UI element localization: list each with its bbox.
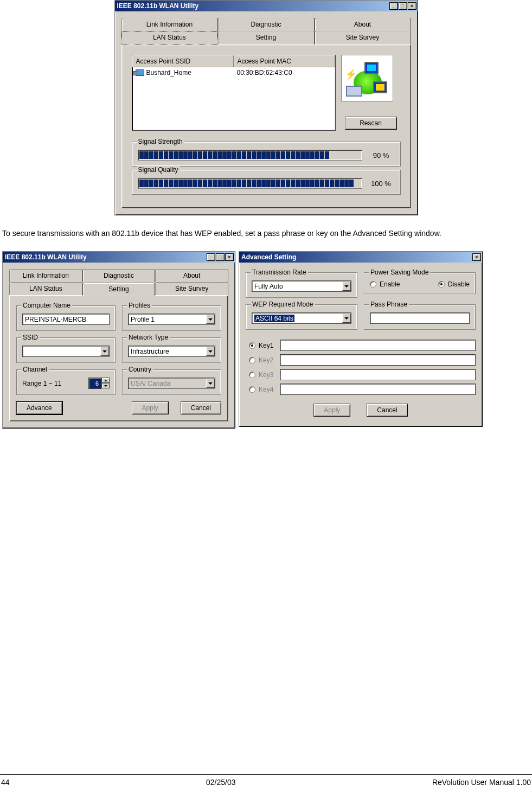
ap-mac: 00:30:BD:62:43:C0	[234, 67, 335, 78]
window-setting: IEEE 802.11b WLAN Utility _ □ × Link Inf…	[2, 251, 235, 429]
col-ap-mac[interactable]: Access Point MAC	[234, 55, 335, 67]
chevron-down-icon	[342, 314, 351, 323]
signal-strength-bar	[138, 150, 362, 161]
country-dropdown: USA/ Canada	[128, 378, 215, 389]
key4-field[interactable]	[280, 384, 476, 395]
window-title: IEEE 802.11b WLAN Utility	[5, 253, 87, 261]
profiles-label: Profiles	[127, 302, 152, 309]
tab-setting[interactable]: Setting	[82, 283, 156, 296]
signal-quality-value: 100 %	[368, 180, 395, 188]
tab-diagnostic[interactable]: Diagnostic	[218, 18, 315, 31]
wep-mode-dropdown[interactable]: ASCII 64 bits	[252, 312, 351, 324]
signal-quality-label: Signal Quality	[137, 166, 180, 174]
access-point-list[interactable]: Access Point SSID Access Point MAC Busha…	[132, 55, 336, 131]
channel-label: Channel	[21, 366, 49, 373]
chevron-down-icon	[206, 379, 215, 388]
signal-quality-bar	[138, 178, 362, 189]
rescan-button[interactable]: Rescan	[345, 117, 397, 130]
computer-name-label: Computer Name	[21, 302, 72, 309]
pass-phrase-field[interactable]	[370, 312, 470, 324]
wep-mode-label: WEP Required Mode	[251, 301, 315, 308]
titlebar: Advanced Setting ×	[239, 252, 482, 263]
tab-about[interactable]: About	[315, 18, 411, 31]
maximize-button[interactable]: □	[216, 253, 225, 261]
window-title: Advanced Setting	[241, 253, 296, 261]
tab-lan-status[interactable]: LAN Status	[121, 31, 218, 44]
col-ap-ssid[interactable]: Access Point SSID	[132, 55, 234, 67]
cancel-button[interactable]: Cancel	[181, 401, 221, 414]
footer-date: 02/25/03	[206, 778, 236, 787]
network-type-dropdown[interactable]: Infrastructure	[128, 346, 215, 357]
key1-radio[interactable]: Key1	[249, 342, 273, 349]
chevron-down-icon	[342, 282, 351, 291]
spinner-up[interactable]	[101, 378, 110, 383]
window-title: IEEE 802.11b WLAN Utility	[117, 2, 199, 10]
window-lan-status: IEEE 802.11b WLAN Utility _ □ × Link Inf…	[114, 0, 418, 215]
maximize-button[interactable]: □	[399, 2, 407, 10]
signal-strength-value: 90 %	[368, 151, 395, 159]
channel-spinner[interactable]: 6	[88, 378, 110, 389]
chevron-down-icon	[100, 347, 109, 356]
ssid-label: SSID	[21, 334, 40, 341]
tab-link-information[interactable]: Link Information	[121, 18, 218, 31]
tab-setting[interactable]: Setting	[218, 31, 315, 44]
channel-range-label: Range 1 ~ 11	[22, 380, 61, 387]
computer-name-field[interactable]: PREINSTAL-MERCB	[22, 314, 110, 325]
titlebar: IEEE 802.11b WLAN Utility _ □ ×	[115, 1, 418, 11]
close-button[interactable]: ×	[408, 2, 416, 10]
tab-link-information[interactable]: Link Information	[9, 269, 82, 282]
profiles-dropdown[interactable]: Profile 1	[128, 314, 215, 325]
key4-radio[interactable]: Key4	[249, 386, 273, 393]
apply-button[interactable]: Apply	[132, 401, 169, 414]
minimize-button[interactable]: _	[389, 2, 398, 10]
advance-button[interactable]: Advance	[16, 401, 62, 414]
network-type-label: Network Type	[127, 334, 170, 341]
tab-site-survey[interactable]: Site Survey	[315, 31, 411, 44]
country-label: Country	[127, 366, 153, 373]
key2-radio[interactable]: Key2	[249, 356, 273, 364]
cancel-button[interactable]: Cancel	[367, 404, 407, 417]
spinner-down[interactable]	[101, 383, 110, 388]
psm-enable-radio[interactable]: Enable	[370, 280, 400, 288]
page-footer: 44 02/25/03 ReVolution User Manual 1.00	[0, 774, 532, 787]
minimize-button[interactable]: _	[207, 253, 215, 261]
list-item[interactable]: Bushard_Home 00:30:BD:62:43:C0	[132, 67, 335, 78]
signal-strength-label: Signal Strength	[137, 138, 184, 145]
power-saving-mode-label: Power Saving Mode	[369, 269, 430, 276]
chevron-down-icon	[206, 347, 215, 356]
window-advanced-setting: Advanced Setting × Transmission Rate Ful…	[239, 251, 483, 427]
tab-about[interactable]: About	[155, 269, 228, 282]
key1-field[interactable]	[280, 340, 476, 351]
key3-radio[interactable]: Key3	[249, 371, 273, 379]
transmission-rate-dropdown[interactable]: Fully Auto	[252, 280, 351, 292]
transmission-rate-label: Transmission Rate	[251, 269, 308, 276]
close-button[interactable]: ×	[472, 253, 481, 261]
footer-manual: ReVolution User Manual 1.00	[432, 778, 531, 787]
key3-field[interactable]	[280, 369, 476, 380]
network-illustration: ⚡	[341, 55, 393, 101]
titlebar: IEEE 802.11b WLAN Utility _ □ ×	[3, 252, 235, 263]
ssid-dropdown[interactable]	[22, 346, 110, 357]
key2-field[interactable]	[280, 354, 476, 366]
access-point-icon	[136, 69, 144, 76]
chevron-down-icon	[206, 315, 215, 324]
tab-lan-status[interactable]: LAN Status	[9, 282, 82, 295]
body-paragraph: To secure transmissions with an 802.11b …	[2, 228, 530, 238]
ap-ssid: Bushard_Home	[146, 69, 191, 76]
footer-page-number: 44	[1, 778, 10, 787]
apply-button[interactable]: Apply	[313, 404, 350, 417]
tab-site-survey[interactable]: Site Survey	[155, 282, 228, 295]
pass-phrase-label: Pass Phrase	[369, 301, 409, 308]
close-button[interactable]: ×	[225, 253, 234, 261]
psm-disable-radio[interactable]: Disable	[438, 280, 470, 288]
tab-diagnostic[interactable]: Diagnostic	[82, 269, 156, 282]
